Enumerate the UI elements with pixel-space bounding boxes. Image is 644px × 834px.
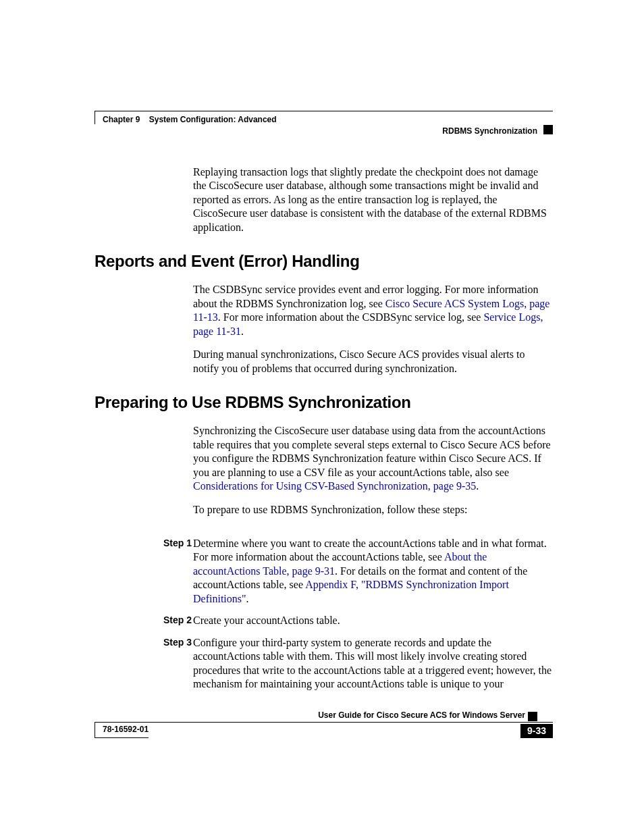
footer-page-number: 9-33 (520, 724, 553, 738)
chapter-title: System Configuration: Advanced (149, 115, 277, 124)
intro-paragraph: Replaying transaction logs that slightly… (193, 165, 553, 234)
text: . For more information about the CSDBSyn… (218, 311, 484, 323)
step-row: Step 1 Determine where you want to creat… (163, 537, 553, 606)
step-body: Determine where you want to create the a… (193, 537, 553, 606)
footer-doc-number: 78-16592-01 (103, 725, 149, 734)
footer-rule (95, 722, 553, 723)
text: . (246, 593, 249, 604)
header-chapter: Chapter 9 System Configuration: Advanced (103, 115, 277, 124)
step-row: Step 2 Create your accountActions table. (163, 614, 553, 627)
heading-reports: Reports and Event (Error) Handling (95, 252, 553, 271)
prepare-paragraph-1: Synchronizing the CiscoSecure user datab… (193, 424, 553, 493)
content-area: Replaying transaction logs that slightly… (95, 165, 553, 700)
header-endcap-icon (543, 125, 553, 134)
footer-endcap-icon (528, 712, 537, 721)
text: . (241, 325, 244, 337)
step-body: Configure your third-party system to gen… (193, 636, 553, 692)
chapter-label: Chapter 9 (103, 115, 140, 124)
header-section-title: RDBMS Synchronization (442, 126, 537, 136)
text: Configure your third-party system to gen… (193, 637, 552, 689)
page: Chapter 9 System Configuration: Advanced… (0, 0, 644, 834)
steps-list: Step 1 Determine where you want to creat… (163, 537, 553, 692)
footer-book-title: User Guide for Cisco Secure ACS for Wind… (318, 710, 525, 720)
reports-paragraph-1: The CSDBSync service provides event and … (193, 283, 553, 338)
header-rule (95, 111, 553, 111)
text: Determine where you want to create the a… (193, 538, 547, 563)
text: Create your accountActions table. (193, 615, 340, 626)
footer-bracket-icon (95, 723, 95, 738)
footer-bracket-icon (95, 737, 149, 738)
reports-paragraph-2: During manual synchronizations, Cisco Se… (193, 348, 553, 375)
text: . (476, 480, 479, 492)
prepare-paragraph-2: To prepare to use RDBMS Synchronization,… (193, 503, 553, 517)
step-body: Create your accountActions table. (193, 614, 340, 627)
step-row: Step 3 Configure your third-party system… (163, 636, 553, 692)
link-csv-considerations[interactable]: Considerations for Using CSV-Based Synch… (193, 480, 476, 492)
step-label: Step 2 (163, 614, 193, 627)
step-label: Step 1 (163, 537, 193, 606)
heading-preparing: Preparing to Use RDBMS Synchronization (95, 393, 553, 412)
text: Synchronizing the CiscoSecure user datab… (193, 425, 551, 477)
header-left-bar (95, 111, 95, 124)
step-label: Step 3 (163, 636, 193, 692)
